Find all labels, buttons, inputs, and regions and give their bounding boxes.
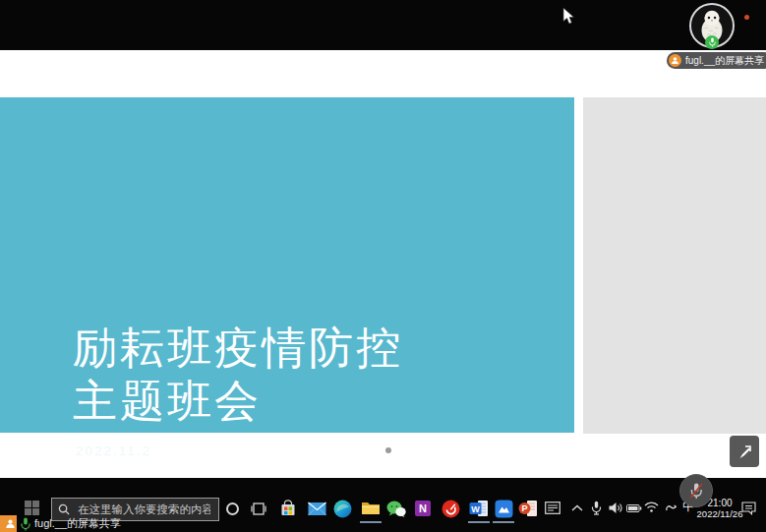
task-view-icon (251, 502, 266, 516)
link-icon (665, 502, 678, 514)
taskbar-app-file-explorer[interactable] (361, 499, 381, 518)
file-explorer-icon (361, 501, 381, 516)
taskbar-app-mail[interactable] (307, 499, 326, 518)
slide-title-line2: 主题班会 (73, 375, 403, 428)
presenter-icon (0, 515, 17, 532)
powerpoint-icon: P (518, 500, 538, 517)
word-letter: W (471, 504, 480, 514)
tray-microphone-button[interactable] (591, 501, 602, 515)
shared-slide: 励耘班疫情防控 主题班会 2022.11.2 (0, 97, 574, 433)
onenote-letter: N (419, 502, 427, 514)
wifi-icon (644, 502, 659, 512)
tray-notifications-button[interactable] (741, 502, 756, 515)
search-input[interactable] (76, 502, 212, 516)
speaker-icon (609, 502, 623, 514)
slide-side-panel (583, 97, 766, 434)
powerpoint-letter: P (521, 503, 527, 513)
word-icon: W (469, 500, 489, 517)
taskbar-app-wechat[interactable] (386, 499, 406, 518)
taskbar-app-music[interactable] (441, 499, 460, 518)
share-status-bar: fugl.__的屏幕共享 (0, 515, 121, 532)
notification-icon (741, 502, 756, 515)
tray-wifi-button[interactable] (644, 502, 659, 512)
slide-title-line1: 励耘班疫情防控 (73, 322, 403, 375)
battery-icon (626, 504, 642, 512)
taskbar-app-store[interactable] (278, 499, 298, 518)
meeting-top-bar (0, 0, 766, 50)
taskbar-app-meeting[interactable] (494, 499, 513, 518)
microphone-icon (591, 501, 602, 515)
presenter-icon (669, 54, 681, 67)
window-lines-icon (545, 502, 560, 514)
share-status-label: fugl.__的屏幕共享 (34, 518, 121, 529)
mic-on-icon (21, 517, 30, 531)
clock-date: 2022/11/26 (693, 508, 746, 519)
taskbar-app-onenote[interactable]: N (413, 499, 433, 518)
tray-meeting-window-button[interactable] (545, 502, 560, 514)
running-indicator (360, 521, 382, 523)
taskbar-app-powerpoint[interactable]: P (518, 499, 538, 518)
status-dot (744, 15, 749, 20)
microsoft-store-icon (279, 500, 297, 517)
tray-phone-link-button[interactable] (665, 502, 678, 514)
mail-icon (308, 502, 326, 516)
tray-volume-button[interactable] (609, 502, 623, 514)
running-indicator (468, 521, 490, 523)
cortana-button[interactable] (226, 502, 239, 515)
windows-logo-icon (25, 501, 39, 515)
onenote-icon: N (414, 500, 432, 517)
edge-icon (333, 500, 352, 518)
wechat-icon (386, 501, 406, 517)
avatar-mic-icon (705, 35, 719, 49)
microphone-muted-icon (686, 481, 706, 501)
slide-date: 2022.11.2 (76, 443, 151, 458)
taskbar-app-word[interactable]: W (469, 499, 489, 518)
mouse-cursor (562, 7, 575, 30)
slide-title: 励耘班疫情防控 主题班会 (73, 322, 403, 428)
share-badge-label: fugl.__的屏幕共享 (685, 56, 764, 66)
tray-battery-button[interactable] (626, 504, 642, 512)
task-view-button[interactable] (251, 502, 266, 520)
screen-share-badge: fugl.__的屏幕共享 (667, 52, 766, 69)
participant-avatar[interactable] (689, 3, 735, 48)
page-indicator-dot (385, 447, 391, 453)
annotation-button[interactable] (730, 436, 759, 467)
tray-hidden-icons-button[interactable] (571, 504, 583, 512)
meeting-app-icon (495, 500, 513, 518)
cursor-arrow-icon (562, 7, 575, 26)
screen: fugl.__的屏幕共享 励耘班疫情防控 主题班会 2022.11.2 (0, 0, 766, 532)
music-app-icon (442, 500, 460, 518)
floating-mute-button[interactable] (679, 474, 713, 507)
taskbar-app-edge[interactable] (332, 499, 352, 518)
chevron-up-icon (571, 504, 583, 512)
start-button[interactable] (22, 498, 41, 517)
pen-icon (737, 443, 753, 460)
running-indicator (493, 521, 514, 523)
search-icon (58, 503, 70, 515)
